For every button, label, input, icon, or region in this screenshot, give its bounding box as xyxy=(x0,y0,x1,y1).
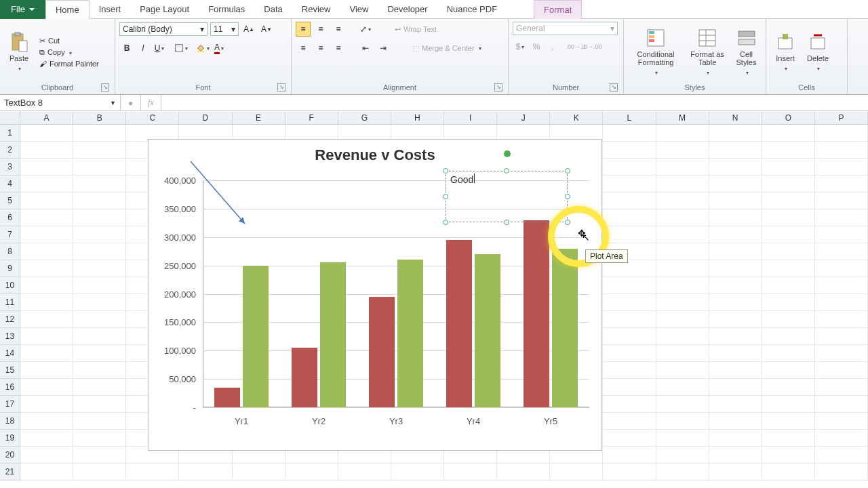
tab-home[interactable]: Home xyxy=(45,0,90,19)
row-header-19[interactable]: 19 xyxy=(0,430,20,447)
name-box[interactable]: TextBox 8▼ xyxy=(0,95,121,110)
increase-indent-button[interactable]: ⇥ xyxy=(376,41,391,56)
bold-button[interactable]: B xyxy=(119,41,134,56)
comma-button[interactable]: , xyxy=(545,39,560,54)
bar-Revenue-Yr5[interactable] xyxy=(524,220,549,407)
tab-formulas[interactable]: Formulas xyxy=(199,0,254,19)
italic-button[interactable]: I xyxy=(136,41,151,56)
col-header-H[interactable]: H xyxy=(391,111,444,124)
row-header-13[interactable]: 13 xyxy=(0,328,20,345)
row-header-7[interactable]: 7 xyxy=(0,226,20,243)
align-left-button[interactable]: ≡ xyxy=(296,41,311,56)
merge-center-button[interactable]: ⬚Merge & Center xyxy=(410,43,484,54)
row-header-4[interactable]: 4 xyxy=(0,176,20,192)
row-header-2[interactable]: 2 xyxy=(0,142,20,159)
row-header-1[interactable]: 1 xyxy=(0,125,20,142)
col-header-N[interactable]: N xyxy=(709,111,762,124)
percent-button[interactable]: % xyxy=(529,39,544,54)
format-painter-button[interactable]: 🖌Format Painter xyxy=(37,59,102,68)
row-header-18[interactable]: 18 xyxy=(0,413,20,430)
align-middle-button[interactable]: ≡ xyxy=(313,22,328,37)
bar-Revenue-Yr4[interactable] xyxy=(446,240,472,407)
resize-handle[interactable] xyxy=(565,194,570,199)
tab-file[interactable]: File xyxy=(0,0,45,19)
fx-button[interactable]: fx xyxy=(141,95,161,110)
col-header-M[interactable]: M xyxy=(656,111,709,124)
fill-color-button[interactable] xyxy=(195,41,210,56)
cancel-formula-icon[interactable]: ● xyxy=(121,95,141,110)
font-color-button[interactable]: A xyxy=(212,41,226,56)
resize-handle[interactable] xyxy=(443,194,448,199)
decrease-font-icon[interactable]: A▼ xyxy=(259,22,274,37)
resize-handle[interactable] xyxy=(443,168,448,174)
align-top-button[interactable]: ≡ xyxy=(296,22,311,37)
align-right-button[interactable]: ≡ xyxy=(331,41,346,56)
col-header-E[interactable]: E xyxy=(233,111,285,124)
row-header-14[interactable]: 14 xyxy=(0,345,20,362)
formula-input[interactable] xyxy=(161,95,868,110)
font-size-select[interactable]: 11▾ xyxy=(210,22,239,36)
tab-page-layout[interactable]: Page Layout xyxy=(130,0,199,19)
align-bottom-button[interactable]: ≡ xyxy=(331,22,346,37)
col-header-G[interactable]: G xyxy=(338,111,391,124)
resize-handle[interactable] xyxy=(565,168,570,174)
border-button[interactable] xyxy=(174,41,189,56)
row-header-6[interactable]: 6 xyxy=(0,209,20,226)
col-header-I[interactable]: I xyxy=(444,111,497,124)
arrow-shape[interactable] xyxy=(184,156,252,230)
font-dialog-icon[interactable]: ↘ xyxy=(277,83,285,92)
col-header-P[interactable]: P xyxy=(815,111,868,124)
orientation-button[interactable]: ⤢ xyxy=(358,22,373,37)
underline-button[interactable]: U xyxy=(152,41,167,56)
bar-Costs-Yr5[interactable] xyxy=(552,249,578,408)
bar-Revenue-Yr1[interactable] xyxy=(214,388,240,407)
chart-object[interactable]: Revenue v Costs -50,000100,000150,000200… xyxy=(148,139,602,451)
textbox-shape[interactable]: Good xyxy=(446,171,568,222)
row-header-16[interactable]: 16 xyxy=(0,379,20,396)
number-format-select[interactable]: General▾ xyxy=(513,22,618,35)
font-name-select[interactable]: Calibri (Body)▾ xyxy=(119,22,208,36)
col-header-C[interactable]: C xyxy=(126,111,179,124)
tab-review[interactable]: Review xyxy=(292,0,340,19)
resize-handle[interactable] xyxy=(504,220,509,225)
align-center-button[interactable]: ≡ xyxy=(313,41,328,56)
wrap-text-button[interactable]: ↩Wrap Text xyxy=(392,24,439,35)
row-header-11[interactable]: 11 xyxy=(0,294,20,311)
row-header-15[interactable]: 15 xyxy=(0,362,20,379)
col-header-O[interactable]: O xyxy=(762,111,815,124)
cut-button[interactable]: ✂Cut xyxy=(37,36,102,46)
row-header-20[interactable]: 20 xyxy=(0,447,20,464)
rotation-handle[interactable] xyxy=(504,150,511,157)
col-header-B[interactable]: B xyxy=(73,111,126,124)
tab-view[interactable]: View xyxy=(340,0,378,19)
col-header-D[interactable]: D xyxy=(179,111,232,124)
bar-Costs-Yr3[interactable] xyxy=(397,260,423,407)
decrease-indent-button[interactable]: ⇤ xyxy=(358,41,373,56)
row-header-17[interactable]: 17 xyxy=(0,396,20,413)
col-header-J[interactable]: J xyxy=(497,111,550,124)
resize-handle[interactable] xyxy=(504,168,509,174)
bar-Revenue-Yr3[interactable] xyxy=(369,297,395,407)
tab-nuance-pdf[interactable]: Nuance PDF xyxy=(437,0,507,19)
paste-button[interactable]: Paste xyxy=(4,30,34,74)
alignment-dialog-icon[interactable]: ↘ xyxy=(494,83,502,92)
bar-Costs-Yr1[interactable] xyxy=(243,266,269,407)
row-header-21[interactable]: 21 xyxy=(0,464,20,481)
decrease-decimal-button[interactable]: .0→.00 xyxy=(585,39,599,54)
row-header-8[interactable]: 8 xyxy=(0,243,20,260)
col-header-F[interactable]: F xyxy=(285,111,338,124)
clipboard-dialog-icon[interactable]: ↘ xyxy=(101,83,109,92)
bar-Costs-Yr2[interactable] xyxy=(320,262,346,407)
cell-styles-button[interactable]: Cell Styles xyxy=(731,26,762,78)
row-header-9[interactable]: 9 xyxy=(0,260,20,277)
insert-cells-button[interactable]: Insert xyxy=(770,30,800,74)
tab-developer[interactable]: Developer xyxy=(378,0,437,19)
resize-handle[interactable] xyxy=(443,220,448,225)
row-header-5[interactable]: 5 xyxy=(0,192,20,209)
delete-cells-button[interactable]: Delete xyxy=(803,30,833,74)
column-headers[interactable]: ABCDEFGHIJKLMNOP xyxy=(20,111,868,125)
col-header-K[interactable]: K xyxy=(550,111,603,124)
increase-decimal-button[interactable]: .00→.0 xyxy=(568,39,583,54)
tab-format-contextual[interactable]: Format xyxy=(534,0,582,19)
currency-button[interactable]: $ xyxy=(513,39,528,54)
